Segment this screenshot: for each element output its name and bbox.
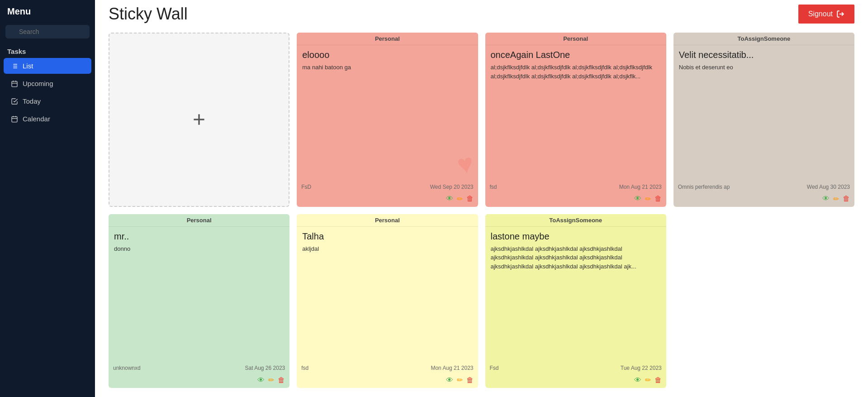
sidebar-calendar-label: Calendar <box>23 115 50 123</box>
card-category: Personal <box>109 214 289 227</box>
card-date: Sat Aug 26 2023 <box>245 365 285 371</box>
card-body: lastone maybe ajksdhkjashlkdal ajksdhkja… <box>485 227 666 363</box>
delete-icon[interactable]: 🗑 <box>655 376 662 384</box>
sidebar-menu-label: Menu <box>0 0 95 21</box>
sidebar: Menu Tasks List Upcoming Today <box>0 0 95 397</box>
add-card-button[interactable] <box>109 33 289 207</box>
sidebar-item-list[interactable]: List <box>4 58 91 74</box>
card-category: ToAssignSomeone <box>674 33 854 45</box>
view-icon[interactable]: 👁 <box>822 195 830 203</box>
signout-label: Signout <box>808 10 833 18</box>
edit-icon[interactable]: ✏ <box>645 376 651 384</box>
card-body: onceAgain LastOne al;dsjkflksdjfdlk al;d… <box>485 45 666 181</box>
svg-rect-12 <box>12 116 17 122</box>
sidebar-item-upcoming[interactable]: Upcoming <box>4 76 91 91</box>
sticky-card: Personal Talha akljdal fsd Mon Aug 21 20… <box>297 214 478 388</box>
card-content: ma nahi batoon ga <box>302 63 472 72</box>
signout-button[interactable]: Signout <box>798 5 854 24</box>
card-author: fsd <box>301 365 308 371</box>
card-title: lastone maybe <box>491 231 661 242</box>
sidebar-list-label: List <box>23 62 33 70</box>
card-category: Personal <box>297 214 478 227</box>
calendar-icon <box>11 115 18 123</box>
card-author: unknownxd <box>113 365 141 371</box>
edit-icon[interactable]: ✏ <box>457 376 463 384</box>
card-body: Talha akljdal <box>297 227 478 363</box>
upcoming-icon <box>11 80 18 87</box>
delete-icon[interactable]: 🗑 <box>655 195 662 203</box>
list-icon <box>11 62 18 70</box>
card-author: Fsd <box>490 365 499 371</box>
card-content: donno <box>114 244 284 254</box>
main-content: Sticky Wall Signout Personal eloooo ma n… <box>95 0 868 397</box>
card-actions: 👁 ✏ 🗑 <box>297 374 478 388</box>
page-title: Sticky Wall <box>109 5 188 24</box>
delete-icon[interactable]: 🗑 <box>466 376 474 384</box>
view-icon[interactable]: 👁 <box>446 376 453 384</box>
view-icon[interactable]: 👁 <box>446 195 453 203</box>
sticky-card: ToAssignSomeone lastone maybe ajksdhkjas… <box>485 214 666 388</box>
tasks-label: Tasks <box>0 42 95 57</box>
delete-icon[interactable]: 🗑 <box>843 195 850 203</box>
sticky-wall-grid: Personal eloooo ma nahi batoon ga ♥ FsD … <box>95 24 868 397</box>
card-category: Personal <box>485 33 666 45</box>
search-input[interactable] <box>5 25 90 38</box>
view-icon[interactable]: 👁 <box>634 195 641 203</box>
card-actions: 👁 ✏ 🗑 <box>297 193 478 207</box>
card-date: Mon Aug 21 2023 <box>619 184 662 190</box>
delete-icon[interactable]: 🗑 <box>278 376 285 384</box>
view-icon[interactable]: 👁 <box>257 376 265 384</box>
sticky-card: Personal mr.. donno unknownxd Sat Aug 26… <box>109 214 289 388</box>
card-author: fsd <box>490 184 497 190</box>
card-category: Personal <box>297 33 478 45</box>
card-actions: 👁 ✏ 🗑 <box>674 193 854 207</box>
card-footer: unknownxd Sat Aug 26 2023 <box>109 362 289 374</box>
card-category: ToAssignSomeone <box>485 214 666 227</box>
sticky-card: ToAssignSomeone Velit necessitatib... No… <box>674 33 854 207</box>
svg-rect-8 <box>12 81 17 86</box>
card-footer: Fsd Tue Aug 22 2023 <box>485 362 666 374</box>
card-date: Tue Aug 22 2023 <box>621 365 662 371</box>
card-content: Nobis et deserunt eo <box>679 63 849 72</box>
card-date: Wed Aug 30 2023 <box>807 184 850 190</box>
card-content: akljdal <box>302 244 472 254</box>
view-icon[interactable]: 👁 <box>634 376 641 384</box>
card-footer: FsD Wed Sep 20 2023 <box>297 181 478 193</box>
card-actions: 👁 ✏ 🗑 <box>485 193 666 207</box>
topbar: Sticky Wall Signout <box>95 0 868 24</box>
search-container <box>0 21 95 42</box>
card-actions: 👁 ✏ 🗑 <box>109 374 289 388</box>
card-actions: 👁 ✏ 🗑 <box>485 374 666 388</box>
sidebar-item-calendar[interactable]: Calendar <box>4 111 91 127</box>
signout-icon <box>836 10 844 18</box>
card-footer: fsd Mon Aug 21 2023 <box>485 181 666 193</box>
card-body: Velit necessitatib... Nobis et deserunt … <box>674 45 854 181</box>
card-author: FsD <box>301 184 311 190</box>
sidebar-today-label: Today <box>23 97 41 105</box>
edit-icon[interactable]: ✏ <box>457 195 463 203</box>
card-title: eloooo <box>302 50 472 60</box>
delete-icon[interactable]: 🗑 <box>466 195 474 203</box>
card-title: Talha <box>302 231 472 242</box>
card-footer: fsd Mon Aug 21 2023 <box>297 362 478 374</box>
edit-icon[interactable]: ✏ <box>645 195 651 203</box>
card-body: eloooo ma nahi batoon ga <box>297 45 478 181</box>
add-icon <box>190 110 208 129</box>
card-author: Omnis perferendis ap <box>678 184 730 190</box>
card-title: Velit necessitatib... <box>679 50 849 60</box>
edit-icon[interactable]: ✏ <box>833 195 839 203</box>
today-icon <box>11 98 18 105</box>
sticky-card: Personal onceAgain LastOne al;dsjkflksdj… <box>485 33 666 207</box>
card-title: mr.. <box>114 231 284 242</box>
card-content: al;dsjkflksdjfdlk al;dsjkflksdjfdlk al;d… <box>491 63 661 81</box>
card-title: onceAgain LastOne <box>491 50 661 60</box>
card-body: mr.. donno <box>109 227 289 363</box>
edit-icon[interactable]: ✏ <box>268 376 274 384</box>
sticky-card: Personal eloooo ma nahi batoon ga ♥ FsD … <box>297 33 478 207</box>
card-date: Mon Aug 21 2023 <box>431 365 473 371</box>
card-content: ajksdhkjashlkdal ajksdhkjashlkdal ajksdh… <box>491 244 661 271</box>
card-date: Wed Sep 20 2023 <box>430 184 474 190</box>
sidebar-item-today[interactable]: Today <box>4 93 91 109</box>
card-footer: Omnis perferendis ap Wed Aug 30 2023 <box>674 181 854 193</box>
sidebar-upcoming-label: Upcoming <box>23 80 53 87</box>
